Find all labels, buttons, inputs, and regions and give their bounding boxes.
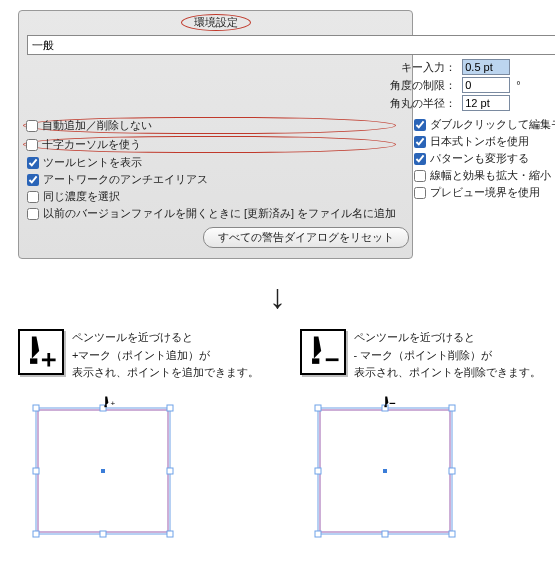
key-input-field[interactable]	[462, 59, 510, 75]
checkbox-日本式トンボを使用[interactable]: 日本式トンボを使用	[414, 134, 555, 149]
checkbox-以前のバージョンファイルを開くときに [更新済み] をファイル名に追加[interactable]: 以前のバージョンファイルを開くときに [更新済み] をファイル名に追加	[27, 206, 396, 221]
checkbox-input[interactable]	[27, 157, 39, 169]
svg-rect-10	[167, 531, 173, 537]
minus-line2: - マーク（ポイント削除）が	[354, 347, 541, 365]
svg-rect-0	[30, 358, 37, 363]
center-handle	[101, 469, 105, 473]
row-key-input: キー入力：	[27, 59, 555, 75]
checkbox-label: 線幅と効果も拡大・縮小	[430, 168, 551, 183]
minus-line1: ペンツールを近づけると	[354, 329, 541, 347]
pen-plus-icon	[18, 329, 64, 375]
section-select[interactable]: 一般	[27, 35, 555, 55]
checkbox-パターンも変形する[interactable]: パターンも変形する	[414, 151, 555, 166]
checkbox-label: 同じ濃度を選択	[43, 189, 120, 204]
checkbox-ダブルクリックして編集モード[interactable]: ダブルクリックして編集モード	[414, 117, 555, 132]
dialog-titlebar: 環境設定	[19, 11, 412, 33]
svg-text:+: +	[110, 399, 115, 408]
svg-rect-27	[389, 403, 395, 404]
arrow-down-icon: ↓	[10, 279, 545, 313]
svg-rect-20	[315, 468, 321, 474]
svg-rect-8	[33, 531, 39, 537]
checkbox-input[interactable]	[27, 174, 39, 186]
checkbox-label: 十字カーソルを使う	[42, 137, 141, 152]
checkbox-label: ツールヒントを表示	[43, 155, 142, 170]
checkbox-label: 以前のバージョンファイルを開くときに [更新済み] をファイル名に追加	[43, 206, 396, 221]
svg-rect-21	[449, 468, 455, 474]
checkbox-label: 自動追加／削除しない	[42, 118, 152, 133]
checkbox-input[interactable]	[414, 153, 426, 165]
explain-row: ペンツールを近づけると +マーク（ポイント追加）が 表示され、ポイントを追加でき…	[18, 329, 545, 542]
svg-rect-22	[315, 531, 321, 537]
checkbox-input[interactable]	[26, 120, 38, 132]
plus-line3: 表示され、ポイントを追加できます。	[72, 364, 259, 382]
artboard-plus: +	[28, 392, 178, 542]
pen-minus-icon	[300, 329, 346, 375]
checkbox-input[interactable]	[414, 170, 426, 182]
checkbox-input[interactable]	[414, 119, 426, 131]
minus-line3: 表示され、ポイントを削除できます。	[354, 364, 541, 382]
angle-label: 角度の制限：	[390, 78, 456, 93]
svg-rect-24	[449, 531, 455, 537]
svg-rect-7	[167, 468, 173, 474]
svg-rect-9	[100, 531, 106, 537]
svg-rect-19	[449, 405, 455, 411]
angle-field[interactable]	[462, 77, 510, 93]
checkbox-label: ダブルクリックして編集モード	[430, 117, 555, 132]
svg-rect-11	[104, 405, 106, 407]
checkbox-label: パターンも変形する	[430, 151, 529, 166]
checkbox-同じ濃度を選択[interactable]: 同じ濃度を選択	[27, 189, 396, 204]
checkbox-十字カーソルを使う[interactable]: 十字カーソルを使う	[23, 136, 396, 153]
checkbox-label: 日本式トンボを使用	[430, 134, 529, 149]
plus-line1: ペンツールを近づけると	[72, 329, 259, 347]
svg-rect-26	[384, 405, 386, 407]
row-corner: 角丸の半径：	[27, 95, 555, 111]
svg-rect-17	[315, 405, 321, 411]
row-angle: 角度の制限： °	[27, 77, 555, 93]
explain-minus: ペンツールを近づけると - マーク（ポイント削除）が 表示され、ポイントを削除で…	[300, 329, 546, 542]
svg-rect-6	[33, 468, 39, 474]
checkbox-input[interactable]	[414, 136, 426, 148]
plus-line2: +マーク（ポイント追加）が	[72, 347, 259, 365]
svg-rect-14	[325, 358, 338, 361]
checkbox-線幅と効果も拡大・縮小[interactable]: 線幅と効果も拡大・縮小	[414, 168, 555, 183]
svg-rect-3	[33, 405, 39, 411]
key-input-label: キー入力：	[401, 60, 456, 75]
checkbox-input[interactable]	[27, 208, 39, 220]
svg-rect-25	[383, 469, 387, 473]
svg-rect-5	[167, 405, 173, 411]
prefs-dialog: 環境設定 一般 キー入力： 角度の制限： ° 角丸の半径：	[18, 10, 413, 259]
corner-field[interactable]	[462, 95, 510, 111]
checkbox-area: 自動追加／削除しない十字カーソルを使うツールヒントを表示アートワークのアンチエイ…	[27, 117, 555, 221]
checkbox-ツールヒントを表示[interactable]: ツールヒントを表示	[27, 155, 396, 170]
explain-plus: ペンツールを近づけると +マーク（ポイント追加）が 表示され、ポイントを追加でき…	[18, 329, 264, 542]
checkbox-label: アートワークのアンチエイリアス	[43, 172, 208, 187]
checkbox-input[interactable]	[414, 187, 426, 199]
checkbox-input[interactable]	[26, 139, 38, 151]
checkbox-label: プレビュー境界を使用	[430, 185, 540, 200]
artboard-minus	[310, 392, 460, 542]
checkbox-自動追加／削除しない[interactable]: 自動追加／削除しない	[23, 117, 396, 134]
checkbox-input[interactable]	[27, 191, 39, 203]
reset-warnings-button[interactable]: すべての警告ダイアログをリセット	[203, 227, 409, 248]
checkbox-アートワークのアンチエイリアス[interactable]: アートワークのアンチエイリアス	[27, 172, 396, 187]
angle-unit: °	[516, 79, 524, 91]
svg-rect-23	[382, 531, 388, 537]
svg-rect-13	[312, 358, 319, 363]
dialog-title: 環境設定	[181, 14, 251, 31]
corner-label: 角丸の半径：	[390, 96, 456, 111]
checkbox-プレビュー境界を使用[interactable]: プレビュー境界を使用	[414, 185, 555, 200]
